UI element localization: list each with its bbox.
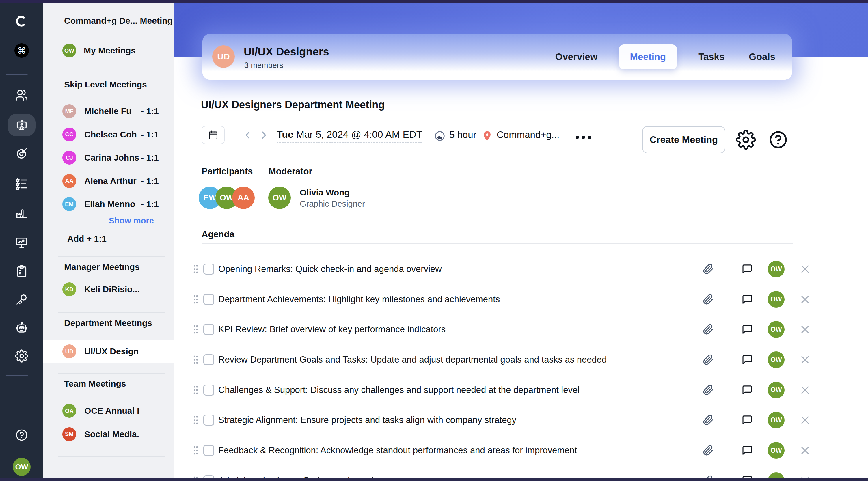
attachment-paperclip-icon[interactable] — [703, 445, 714, 456]
assignee-avatar[interactable]: OW — [768, 321, 784, 338]
more-options-icon[interactable] — [576, 136, 591, 139]
agenda-item-row: Challenges & Support: Discuss any challe… — [191, 377, 811, 403]
drag-handle-icon[interactable] — [192, 294, 199, 304]
agenda-checkbox[interactable] — [203, 445, 214, 456]
participant-avatar[interactable]: AA — [232, 187, 255, 209]
meeting-tag: - 1:1 — [141, 123, 159, 147]
profile-avatar[interactable]: OW — [13, 458, 31, 476]
meeting-help-icon[interactable] — [768, 130, 788, 150]
attachment-paperclip-icon[interactable] — [703, 384, 714, 396]
sidebar-meeting-item[interactable]: CC Chelsea Coh - 1:1 — [43, 123, 174, 147]
agenda-checkbox[interactable] — [203, 324, 214, 335]
assignee-avatar[interactable]: OW — [768, 351, 784, 368]
assignee-avatar[interactable]: OW — [768, 442, 784, 459]
drag-handle-icon[interactable] — [192, 385, 199, 395]
add-one-on-one-button[interactable]: Add + 1:1 — [67, 234, 106, 244]
agenda-checkbox[interactable] — [203, 264, 214, 275]
meeting-datetime[interactable]: Tue Mar 5, 2024 @ 4:00 AM EDT — [277, 129, 422, 143]
dashboard-chart-icon[interactable] — [15, 236, 28, 249]
create-meeting-button[interactable]: Create Meeting — [642, 126, 725, 153]
comment-bubble-icon[interactable] — [742, 354, 753, 365]
agenda-item-row: Feedback & Recognition: Acknowledge stan… — [191, 438, 811, 463]
remove-item-x-icon[interactable] — [799, 354, 811, 365]
drag-handle-icon[interactable] — [192, 415, 199, 425]
meeting-settings-gear-icon[interactable] — [736, 130, 756, 150]
skip-level-list: MF Michelle Fu - 1:1 CC Chelsea Coh - 1:… — [43, 100, 174, 216]
company-factory-icon[interactable] — [15, 207, 28, 220]
credentials-key-icon[interactable] — [15, 293, 28, 306]
tab-goals[interactable]: Goals — [746, 44, 778, 69]
attachment-paperclip-icon[interactable] — [703, 263, 714, 275]
assignee-avatar[interactable]: OW — [768, 261, 784, 278]
attachment-paperclip-icon[interactable] — [703, 414, 714, 426]
comment-bubble-icon[interactable] — [742, 324, 753, 335]
people-icon[interactable] — [15, 89, 28, 102]
meeting-name: Michelle Fu — [84, 100, 131, 123]
agenda-item-text: KPI Review: Brief overview of key perfor… — [218, 316, 445, 343]
agenda-checkbox[interactable] — [203, 415, 214, 425]
sidebar-meeting-item[interactable]: UD UI/UX Design... — [43, 340, 174, 363]
assignee-avatar[interactable]: OW — [768, 291, 784, 308]
agenda-heading: Agenda — [202, 229, 235, 239]
settings-gear-icon[interactable] — [15, 349, 28, 363]
starred-list-icon[interactable] — [15, 177, 28, 191]
notes-clipboard-icon[interactable] — [15, 265, 28, 278]
agenda-checkbox[interactable] — [203, 385, 214, 395]
sidebar-meeting-item[interactable]: KD Keli DiRisio... — [43, 278, 174, 301]
goals-target-icon[interactable] — [15, 147, 28, 160]
moderator-avatar[interactable]: OW — [268, 187, 291, 209]
comment-bubble-icon[interactable] — [742, 384, 753, 396]
department-list: UD UI/UX Design... — [43, 340, 174, 363]
avatar: CJ — [62, 151, 76, 165]
sidebar-meeting-item[interactable]: EM Ellah Menno - 1:1 — [43, 193, 174, 216]
drag-handle-icon[interactable] — [192, 355, 199, 365]
comment-bubble-icon[interactable] — [742, 414, 753, 426]
help-icon[interactable] — [15, 428, 28, 442]
rail-divider — [6, 375, 28, 376]
assistant-robot-icon[interactable] — [15, 322, 28, 335]
previous-date-chevron-icon[interactable] — [243, 130, 253, 140]
remove-item-x-icon[interactable] — [799, 324, 811, 335]
tab-label: Meeting — [630, 52, 666, 62]
comment-bubble-icon[interactable] — [742, 445, 753, 456]
command-g-logo-icon — [14, 14, 29, 29]
command-key-icon[interactable]: ⌘ — [14, 43, 29, 58]
sidebar-meeting-item[interactable]: AA Alena Arthur - 1:1 — [43, 169, 174, 193]
meeting-location[interactable]: Command+g... — [497, 129, 559, 140]
sidebar-item-my-meetings[interactable]: OW My Meetings — [43, 41, 174, 60]
attachment-paperclip-icon[interactable] — [703, 324, 714, 335]
comment-bubble-icon[interactable] — [742, 294, 753, 305]
remove-item-x-icon[interactable] — [799, 263, 811, 275]
drag-handle-icon[interactable] — [192, 324, 199, 334]
meeting-name: Ellah Menno — [84, 193, 135, 216]
tab-meeting[interactable]: Meeting — [619, 44, 677, 69]
team-name: UI/UX Designers — [244, 45, 329, 58]
attachment-paperclip-icon[interactable] — [703, 354, 714, 365]
sidebar-meeting-item[interactable]: CJ Carina Johns - 1:1 — [43, 146, 174, 169]
remove-item-x-icon[interactable] — [799, 384, 811, 396]
avatar: SM — [62, 427, 76, 441]
tab-tasks[interactable]: Tasks — [695, 44, 727, 69]
tab-overview[interactable]: Overview — [552, 44, 600, 69]
calendar-button[interactable] — [202, 126, 225, 145]
my-meetings-label: My Meetings — [84, 45, 136, 56]
remove-item-x-icon[interactable] — [799, 294, 811, 305]
sidebar-meeting-item[interactable]: MF Michelle Fu - 1:1 — [43, 100, 174, 123]
assignee-avatar[interactable]: OW — [768, 382, 784, 398]
meetings-icon-active[interactable] — [8, 114, 35, 136]
assignee-avatar[interactable]: OW — [768, 412, 784, 428]
attachment-paperclip-icon[interactable] — [703, 294, 714, 305]
remove-item-x-icon[interactable] — [799, 445, 811, 456]
agenda-item-row: KPI Review: Brief overview of key perfor… — [191, 316, 811, 343]
show-more-link[interactable]: Show more — [109, 216, 154, 225]
icon-rail: ⌘ — [0, 3, 43, 478]
agenda-checkbox[interactable] — [203, 354, 214, 365]
next-date-chevron-icon[interactable] — [259, 130, 269, 140]
agenda-checkbox[interactable] — [203, 294, 214, 305]
sidebar-meeting-item[interactable]: OA OCE Annual R... — [43, 399, 174, 423]
comment-bubble-icon[interactable] — [742, 263, 753, 275]
drag-handle-icon[interactable] — [192, 264, 199, 274]
drag-handle-icon[interactable] — [192, 446, 199, 455]
remove-item-x-icon[interactable] — [799, 414, 811, 426]
sidebar-meeting-item[interactable]: SM Social Media... — [43, 423, 174, 446]
